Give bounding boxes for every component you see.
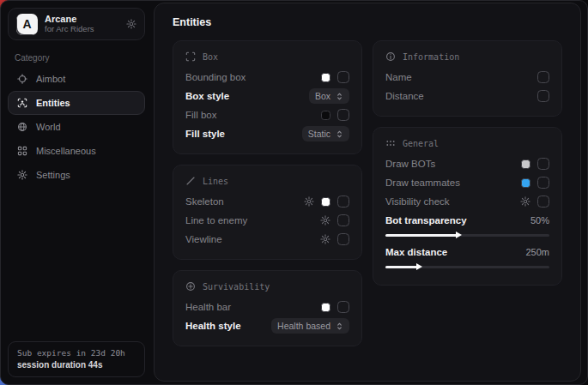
setting-row-viewline: Viewline [185, 230, 349, 249]
setting-label: Distance [385, 91, 537, 101]
bot-transparency-slider[interactable] [385, 230, 549, 240]
draw-teammates-checkbox[interactable] [537, 177, 549, 189]
sidebar-item-label: Aimbot [36, 74, 65, 84]
bounding-box-checkbox[interactable] [337, 71, 349, 83]
settings-column: InformationNameDistanceGeneralDraw BOTsD… [373, 40, 562, 346]
setting-row-health-bar: Health bar [185, 298, 349, 316]
skeleton-color-swatch[interactable] [321, 197, 330, 207]
setting-label: Fill style [185, 129, 302, 139]
setting-label: Bounding box [185, 72, 321, 82]
setting-row-bounding-box: Bounding box [185, 68, 349, 87]
setting-label: Viewline [185, 234, 320, 244]
globe-icon [17, 122, 27, 132]
dropdown-value: Static [308, 129, 330, 139]
draw-teammates-color-swatch[interactable] [521, 178, 530, 188]
sidebar-item-world[interactable]: World [8, 115, 145, 139]
skeleton-checkbox[interactable] [337, 196, 349, 208]
unfold-icon [336, 322, 343, 331]
visibility-check-gear-icon[interactable] [520, 196, 530, 207]
setting-row-bot-transparency: Bot transparency50% [385, 211, 549, 230]
setting-label: Bot transparency [385, 215, 530, 226]
draw-bots-color-swatch[interactable] [521, 159, 530, 169]
fill-box-checkbox[interactable] [337, 109, 349, 121]
slider-track[interactable] [385, 234, 549, 237]
panel-title: Survivability [203, 282, 270, 292]
setting-label: Name [385, 72, 537, 82]
bounding-box-color-swatch[interactable] [321, 73, 330, 82]
grid-icon [17, 146, 27, 156]
setting-row-health-style: Health styleHealth based [185, 316, 349, 335]
line-icon [185, 176, 196, 186]
sidebar-item-label: Miscellaneous [36, 146, 96, 156]
slider-handle[interactable] [456, 232, 462, 238]
panel-box: BoxBounding boxBox styleBoxFill boxFill … [173, 40, 362, 154]
brand-text: Arcane for Arc Riders [45, 14, 94, 34]
panel-header: Box [185, 51, 349, 62]
name-checkbox[interactable] [537, 71, 549, 83]
visibility-check-checkbox[interactable] [537, 196, 549, 208]
gear-icon[interactable] [126, 19, 136, 29]
dropdown-value: Box [315, 91, 330, 101]
viewline-checkbox[interactable] [337, 233, 349, 245]
slider-fill [385, 234, 458, 237]
setting-row-max-distance: Max distance250m [385, 243, 549, 262]
survivability-icon [185, 281, 196, 292]
row-controls: Static [302, 126, 349, 141]
draw-bots-checkbox[interactable] [537, 158, 549, 170]
panel-general: GeneralDraw BOTsDraw teammatesVisibility… [373, 127, 562, 286]
row-controls [321, 109, 349, 121]
line-to-enemy-gear-icon[interactable] [320, 215, 330, 226]
app-subtitle: for Arc Riders [45, 25, 94, 34]
distance-checkbox[interactable] [537, 90, 549, 102]
health-bar-color-swatch[interactable] [321, 303, 330, 312]
panel-title: Lines [203, 177, 228, 186]
fill-style-dropdown[interactable]: Static [302, 126, 349, 141]
sidebar: A Arcane for Arc Riders Category AimbotE… [1, 1, 152, 384]
panel-header: Information [385, 51, 549, 62]
app-name: Arcane [45, 14, 94, 25]
sidebar-item-miscellaneous[interactable]: Miscellaneous [8, 139, 145, 163]
setting-label: Box style [185, 91, 309, 101]
setting-row-draw-bots: Draw BOTs [385, 154, 549, 173]
crosshair-icon [17, 74, 27, 84]
skeleton-gear-icon[interactable] [304, 196, 314, 207]
box-style-dropdown[interactable]: Box [309, 88, 349, 104]
setting-label: Skeleton [185, 196, 304, 207]
viewline-gear-icon[interactable] [320, 234, 330, 244]
setting-row-fill-box: Fill box [185, 105, 349, 124]
setting-label: Fill box [185, 110, 321, 120]
bot-transparency-value: 50% [530, 215, 549, 226]
subscription-card: Sub expires in 23d 20h session duration … [8, 341, 145, 377]
sidebar-item-aimbot[interactable]: Aimbot [8, 67, 145, 91]
setting-label: Max distance [385, 247, 525, 257]
panel-title: Box [203, 52, 218, 62]
fill-box-color-swatch[interactable] [321, 111, 330, 120]
setting-label: Visibility check [385, 196, 520, 207]
row-controls [321, 71, 349, 83]
max-distance-value: 250m [525, 247, 549, 257]
setting-label: Line to enemy [185, 215, 320, 226]
setting-row-visibility-check: Visibility check [385, 192, 549, 211]
settings-columns: BoxBounding boxBox styleBoxFill boxFill … [173, 40, 562, 346]
setting-row-fill-style: Fill styleStatic [185, 124, 349, 143]
slider-track[interactable] [385, 266, 549, 268]
setting-row-line-to-enemy: Line to enemy [185, 211, 349, 230]
max-distance-slider[interactable] [385, 262, 549, 272]
unfold-icon [336, 92, 343, 101]
setting-label: Health bar [185, 302, 321, 312]
row-controls [320, 214, 349, 226]
row-controls [537, 71, 549, 83]
dropdown-value: Health based [277, 321, 330, 331]
app-logo: A [16, 14, 38, 35]
slider-handle[interactable] [416, 263, 422, 270]
scan-brackets-icon [185, 51, 196, 62]
health-bar-checkbox[interactable] [337, 301, 349, 313]
row-controls [321, 301, 349, 313]
main-panel: Entities BoxBounding boxBox styleBoxFill… [154, 3, 581, 382]
health-style-dropdown[interactable]: Health based [271, 318, 349, 334]
sidebar-item-settings[interactable]: Settings [8, 163, 145, 187]
setting-row-name: Name [385, 68, 549, 87]
slider-fill [385, 266, 418, 268]
sidebar-item-entities[interactable]: Entities [8, 91, 145, 115]
line-to-enemy-checkbox[interactable] [337, 214, 349, 226]
